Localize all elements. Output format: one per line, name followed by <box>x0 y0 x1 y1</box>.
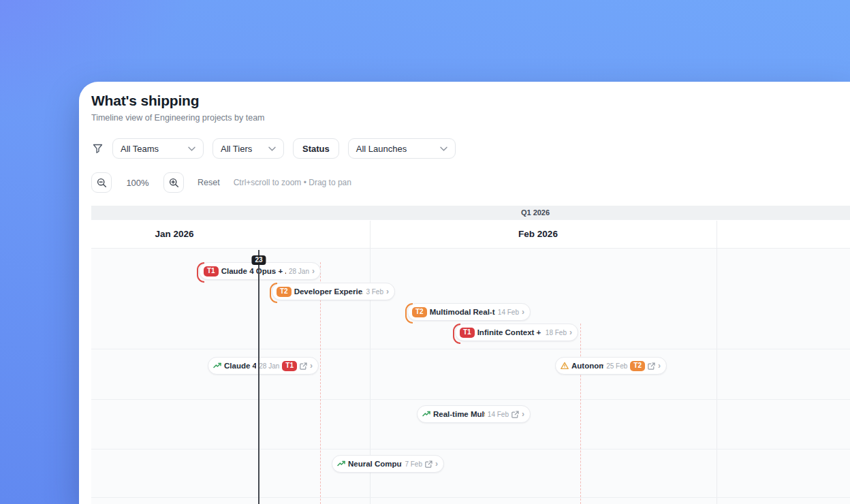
chevron-down-icon <box>268 146 276 151</box>
chevron-right-icon: › <box>435 460 438 468</box>
chevron-down-icon <box>188 146 195 151</box>
chevron-right-icon: › <box>386 287 389 296</box>
timeline-body[interactable] <box>91 249 850 504</box>
item-name: Claude 4 ... <box>224 362 256 370</box>
filter-funnel-icon <box>91 138 104 159</box>
trending-up-icon <box>422 410 430 418</box>
item-date: 7 Feb <box>405 460 422 468</box>
today-marker-badge: 23 <box>251 255 266 265</box>
month-label: Jan 2026 <box>155 220 193 249</box>
item-date: 18 Feb <box>546 329 567 336</box>
external-link-icon <box>511 411 519 418</box>
teams-filter-value: All Teams <box>121 144 159 154</box>
month-gridline <box>717 221 717 504</box>
item-name: Real-time Multi... <box>433 410 485 418</box>
row-separator <box>91 449 850 450</box>
external-link-icon <box>425 460 432 468</box>
trending-up-icon <box>213 362 221 370</box>
teams-filter-dropdown[interactable]: All Teams <box>112 138 204 159</box>
external-link-icon <box>648 362 655 370</box>
tiers-filter-value: All Tiers <box>221 144 252 154</box>
item-date: 25 Feb <box>606 362 627 370</box>
status-filter-label: Status <box>302 144 330 154</box>
zoom-level-value: 100% <box>125 178 150 188</box>
launch-timeline-item[interactable]: Autonomo...25 FebT2› <box>555 357 667 375</box>
pan-zoom-hint: Ctrl+scroll to zoom • Drag to pan <box>234 178 351 187</box>
magnifier-minus-icon <box>97 178 107 188</box>
chevron-right-icon: › <box>522 410 524 418</box>
row-separator <box>91 349 850 349</box>
launch-timeline-item[interactable]: Neural Computer...7 Feb› <box>332 455 444 473</box>
project-timeline-item[interactable]: T2Developer Experie...3 Feb› <box>272 283 395 300</box>
launch-timeline-item[interactable]: Real-time Multi...14 Feb› <box>417 405 531 423</box>
item-name: Autonomo... <box>571 362 603 370</box>
whats-shipping-panel: What's shipping Timeline view of Enginee… <box>79 82 850 504</box>
tier-badge: T1 <box>204 266 219 277</box>
row-separator <box>91 497 850 498</box>
tier-badge: T2 <box>412 307 427 317</box>
item-date: 14 Feb <box>488 411 509 418</box>
launches-filter-value: All Launches <box>356 144 407 154</box>
trending-up-icon <box>337 460 345 468</box>
tiers-filter-dropdown[interactable]: All Tiers <box>212 138 284 159</box>
item-name: Claude 4 Opus + ... <box>221 267 286 275</box>
magnifier-plus-icon <box>169 178 179 188</box>
today-marker-line <box>258 250 259 504</box>
chevron-right-icon: › <box>658 362 661 370</box>
row-separator <box>91 399 850 400</box>
launches-filter-dropdown[interactable]: All Launches <box>348 138 456 159</box>
item-name: Developer Experie... <box>294 287 364 296</box>
tier-badge: T2 <box>630 361 645 371</box>
zoom-out-button[interactable] <box>91 172 112 193</box>
quarter-label: Q1 2026 <box>521 206 550 220</box>
status-filter-button[interactable]: Status <box>293 138 339 159</box>
chevron-right-icon: › <box>522 308 524 316</box>
chevron-down-icon <box>440 146 447 151</box>
zoom-toolbar: 100% Reset Ctrl+scroll to zoom • Drag to… <box>91 172 351 193</box>
external-link-icon <box>300 362 307 370</box>
item-name: Infinite Context + ... <box>477 328 543 336</box>
filter-bar: All Teams All Tiers Status All Launches <box>91 138 456 159</box>
item-name: Multimodal Real-t... <box>430 308 495 316</box>
month-label: Feb 2026 <box>518 220 558 249</box>
page-title: What's shipping <box>91 93 199 109</box>
tier-badge: T2 <box>277 287 292 297</box>
page-subtitle: Timeline view of Engineering projects by… <box>91 113 265 123</box>
chevron-right-icon: › <box>312 267 315 275</box>
tier-badge: T1 <box>282 361 297 371</box>
zoom-in-button[interactable] <box>163 172 184 193</box>
item-date: 28 Jan <box>259 362 279 370</box>
chevron-right-icon: › <box>569 328 572 336</box>
chevron-right-icon: › <box>310 362 313 370</box>
item-date: 14 Feb <box>498 309 519 316</box>
item-name: Neural Computer... <box>348 460 402 468</box>
item-date: 28 Jan <box>289 268 309 275</box>
reset-zoom-button[interactable]: Reset <box>198 178 220 187</box>
deadline-marker-line <box>580 324 581 504</box>
timeline-canvas[interactable]: Q1 2026 Jan 2026Feb 2026 23T1Claude 4 Op… <box>91 206 850 504</box>
launch-timeline-item[interactable]: Claude 4 ...28 JanT1› <box>208 357 319 375</box>
tier-badge: T1 <box>460 328 475 338</box>
warning-triangle-icon <box>561 362 569 370</box>
item-date: 3 Feb <box>366 288 383 296</box>
month-header-row: Jan 2026Feb 2026 <box>91 220 850 249</box>
project-timeline-item[interactable]: T2Multimodal Real-t...14 Feb› <box>407 303 531 321</box>
project-timeline-item[interactable]: T1Infinite Context + ...18 Feb› <box>455 324 578 341</box>
quarter-band: Q1 2026 <box>91 206 850 220</box>
